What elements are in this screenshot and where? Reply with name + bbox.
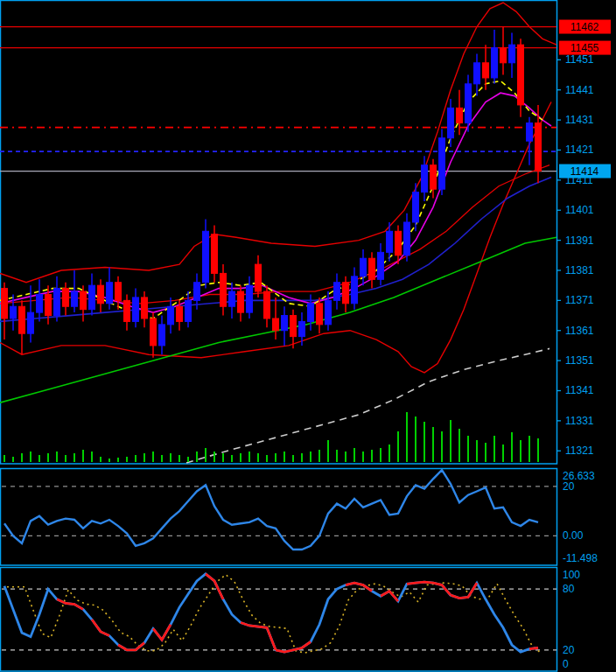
- candle-body: [220, 273, 227, 306]
- price-tick-label: 11441: [565, 84, 594, 96]
- volume-bar: [476, 440, 478, 462]
- candle-body: [483, 63, 489, 78]
- volume-bar: [354, 448, 355, 462]
- price-tick-label: 11381: [565, 264, 594, 276]
- volume-bar: [424, 422, 425, 462]
- candle-body: [299, 321, 305, 336]
- candle-body: [430, 165, 437, 190]
- indicator-axis-label: 20: [563, 644, 575, 656]
- volume-bar: [65, 455, 66, 462]
- volume-bar: [502, 444, 504, 462]
- candle-body: [256, 264, 262, 291]
- volume-bar: [284, 452, 285, 462]
- volume-bar: [126, 457, 128, 462]
- indicator-axis-label: -11.498: [563, 552, 598, 564]
- candle-body: [19, 306, 25, 333]
- candle-body: [536, 123, 542, 172]
- volume-bar: [458, 429, 460, 462]
- volume-bar: [135, 455, 136, 462]
- indicator-axis-label: 80: [563, 583, 575, 595]
- indicator-axis-label: 0.00: [563, 529, 584, 542]
- candle-body: [343, 283, 349, 304]
- volume-bar: [21, 453, 23, 462]
- candle-body: [413, 192, 419, 222]
- volume-bar: [82, 450, 84, 462]
- volume-bar: [47, 453, 49, 462]
- volume-bar: [91, 452, 93, 462]
- volume-bar: [301, 453, 303, 462]
- candle-body: [422, 165, 428, 192]
- candle-body: [212, 234, 218, 274]
- candle-body: [124, 300, 130, 321]
- volume-bar: [520, 440, 522, 462]
- candle-body: [360, 258, 367, 276]
- candle-body: [264, 291, 270, 318]
- candle-body: [72, 291, 78, 306]
- price-tick-label: 11371: [565, 294, 594, 306]
- candle-body: [474, 63, 480, 84]
- candle-body: [317, 304, 323, 325]
- candle-body: [500, 48, 507, 63]
- indicator-axis-label: 0: [563, 658, 569, 670]
- candle-body: [247, 285, 253, 312]
- price-tick-label: 11341: [565, 384, 594, 396]
- candle-body: [37, 294, 43, 312]
- candle-body: [168, 306, 174, 325]
- volume-bar: [12, 457, 14, 462]
- candle-body: [150, 318, 157, 346]
- candle-body: [2, 289, 8, 318]
- candle-body: [28, 312, 34, 333]
- candle-body: [518, 45, 524, 105]
- volume-bar: [248, 452, 250, 462]
- volume-bar: [415, 416, 416, 462]
- price-chart-canvas[interactable]: 1145111441114311142111411114011139111381…: [0, 0, 616, 672]
- candle-body: [186, 300, 192, 321]
- volume-bar: [187, 457, 189, 462]
- volume-bar: [494, 436, 495, 462]
- volume-bar: [318, 450, 320, 462]
- volume-bar: [30, 452, 32, 462]
- price-tag-label: 11414: [570, 165, 599, 178]
- indicator-axis-label: 100: [563, 569, 580, 581]
- candle-body: [282, 316, 288, 331]
- volume-bar: [108, 458, 110, 462]
- candle-body: [98, 285, 104, 304]
- price-tick-label: 11331: [565, 415, 594, 427]
- candle-body: [509, 45, 515, 63]
- candle-body: [107, 283, 113, 304]
- candle-body: [326, 300, 332, 325]
- price-tick-label: 11321: [565, 444, 594, 457]
- candle-body: [159, 325, 165, 346]
- volume-bar: [100, 457, 102, 462]
- volume-bar: [56, 452, 58, 462]
- candle-body: [387, 231, 393, 252]
- volume-bar: [117, 458, 119, 462]
- price-tick-label: 11391: [565, 234, 594, 247]
- candle-body: [142, 298, 148, 318]
- volume-bar: [441, 431, 443, 462]
- volume-bar: [406, 412, 408, 462]
- candle-body: [10, 306, 17, 318]
- price-tag-label: 11455: [570, 42, 599, 54]
- candle-body: [273, 318, 279, 331]
- volume-bar: [397, 431, 399, 462]
- volume-bar: [327, 440, 329, 462]
- volume-bar: [214, 452, 215, 462]
- candle-body: [334, 283, 340, 301]
- volume-bar: [4, 455, 5, 462]
- volume-bar: [38, 455, 40, 462]
- candle-body: [63, 289, 69, 307]
- candle-body: [457, 108, 463, 122]
- volume-bar: [152, 452, 154, 462]
- volume-bar: [380, 448, 382, 462]
- candle-body: [492, 48, 498, 78]
- price-tag-label: 11462: [570, 21, 599, 33]
- price-tick-label: 11421: [565, 144, 594, 156]
- candle-body: [46, 294, 52, 315]
- candle-body: [80, 291, 87, 310]
- candle-body: [194, 283, 200, 301]
- volume-bar: [467, 436, 469, 462]
- volume-bar: [336, 450, 338, 462]
- candle-body: [238, 291, 244, 312]
- volume-bar: [292, 455, 294, 462]
